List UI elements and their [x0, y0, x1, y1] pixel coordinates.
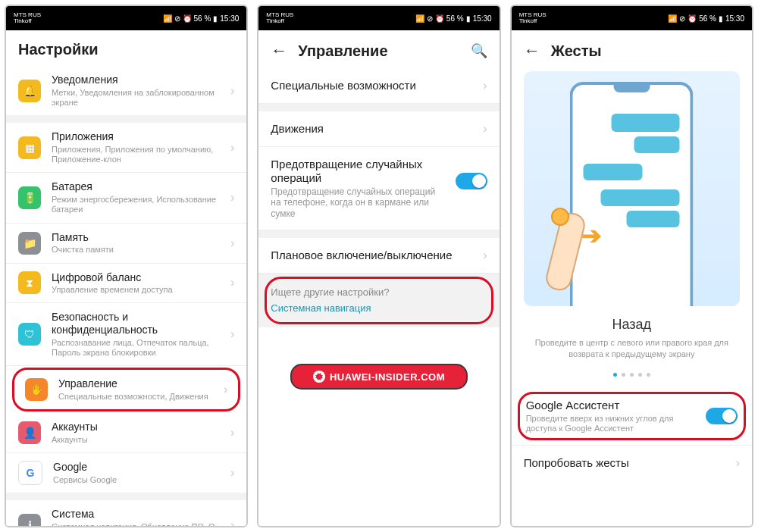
chevron-right-icon: ›: [230, 426, 234, 440]
settings-row-storage[interactable]: 📁ПамятьОчистка памяти›: [6, 224, 246, 264]
link-system-navigation[interactable]: Системная навигация: [271, 302, 487, 314]
dot[interactable]: [647, 373, 650, 377]
grid-icon: ▦: [18, 136, 41, 159]
status-bar: MTS RUSTinkoff 📶 ⊘ ⏰ 56 % ▮ 15:30: [258, 6, 499, 30]
row-subtitle: Приложения, Приложения по умолчанию, При…: [52, 145, 220, 164]
row-title: Батарея: [52, 180, 220, 193]
row-title: Google: [53, 461, 220, 474]
row-try-gestures[interactable]: Попробовать жесты ›: [512, 445, 752, 480]
screen-settings: MTS RUSTinkoff 📶 ⊘ ⏰ 56 % ▮ 15:30 Настро…: [5, 5, 248, 527]
tutorial-subtitle: Проведите в центр с левого или правого к…: [531, 337, 732, 361]
header: Настройки: [6, 30, 246, 66]
tutorial-illustration[interactable]: ➔: [524, 71, 740, 306]
row-title: Управление: [58, 377, 213, 390]
hand-icon: ✋: [25, 378, 48, 401]
huawei-logo-icon: [313, 371, 325, 383]
row-title: Память: [52, 231, 220, 244]
dot[interactable]: [630, 373, 634, 377]
bell-icon: 🔔: [18, 80, 41, 102]
google-icon: G: [18, 461, 42, 485]
row-title: Уведомления: [52, 74, 220, 86]
row-subtitle: Специальные возможности, Движения: [58, 392, 213, 402]
settings-row-battery[interactable]: 🔋БатареяРежим энергосбережения, Использо…: [6, 173, 246, 223]
signal-icon: 📶: [668, 14, 677, 23]
settings-row-hand[interactable]: ✋УправлениеСпециальные возможности, Движ…: [19, 373, 233, 406]
settings-row-shield[interactable]: 🛡Безопасность и конфиденциальностьРаспоз…: [6, 303, 246, 366]
settings-row-hourglass[interactable]: ⧗Цифровой балансУправление временем дост…: [6, 264, 246, 304]
chevron-right-icon: ›: [230, 141, 234, 155]
status-bar: MTS RUSTinkoff 📶 ⊘ ⏰ 56 % ▮ 15:30: [6, 6, 246, 30]
row-subtitle: Очистка памяти: [52, 245, 220, 255]
dot[interactable]: [622, 373, 625, 377]
signal-icon: 📶: [163, 14, 172, 23]
settings-row-google[interactable]: GGoogleСервисы Google›: [6, 453, 246, 493]
status-bar: MTS RUSTinkoff 📶 ⊘ ⏰ 56 % ▮ 15:30: [512, 6, 752, 30]
row-title: Система: [52, 508, 220, 521]
dot[interactable]: [613, 373, 617, 377]
battery-icon: ▮: [213, 14, 218, 23]
row-motion[interactable]: Движения ›: [258, 111, 499, 147]
toggle-mistouch[interactable]: [456, 173, 487, 189]
row-title: Цифровой баланс: [52, 271, 220, 284]
watermark-badge: HUAWEI-INSIDER.COM: [290, 364, 468, 390]
alarm-icon: ⏰: [688, 14, 697, 23]
hourglass-icon: ⧗: [18, 271, 41, 294]
settings-list[interactable]: 🔔УведомленияМетки, Уведомления на заблок…: [6, 66, 246, 526]
settings-row-user[interactable]: 👤АккаунтыАккаунты›: [6, 413, 246, 453]
hint-question: Ищете другие настройки?: [271, 286, 487, 298]
chevron-right-icon: ›: [483, 249, 487, 262]
no-disturb-icon: ⊘: [427, 14, 433, 23]
row-google-assistant[interactable]: Google Ассистент Проведите вверх из нижн…: [520, 394, 744, 438]
chevron-right-icon: ›: [230, 84, 234, 98]
row-mistouch[interactable]: Предотвращение случайных операций Предот…: [258, 147, 499, 230]
battery-icon: 🔋: [18, 186, 41, 209]
chevron-right-icon: ›: [230, 236, 234, 250]
screen-control: MTS RUSTinkoff 📶 ⊘ ⏰ 56 % ▮ 15:30 ← Упра…: [257, 5, 500, 527]
row-subtitle: Распознавание лица, Отпечаток пальца, Па…: [52, 338, 220, 358]
row-subtitle: Метки, Уведомления на заблокированном эк…: [52, 88, 220, 108]
tutorial-title: Назад: [512, 317, 752, 333]
settings-row-grid[interactable]: ▦ПриложенияПриложения, Приложения по умо…: [6, 123, 246, 173]
chevron-right-icon: ›: [230, 466, 234, 480]
row-subtitle: Управление временем доступа: [52, 285, 220, 295]
row-title: Аккаунты: [52, 421, 220, 433]
storage-icon: 📁: [18, 232, 41, 255]
highlight-ring: ✋УправлениеСпециальные возможности, Движ…: [12, 368, 240, 412]
row-title: Безопасность и конфиденциальность: [52, 311, 220, 336]
hint-block: Ищете другие настройки? Системная навига…: [258, 274, 499, 327]
settings-row-info[interactable]: ℹСистемаСистемная навигация, Обновление …: [6, 500, 246, 526]
chevron-right-icon: ›: [483, 79, 487, 92]
page-title: Жесты: [551, 42, 602, 60]
page-dots[interactable]: [512, 373, 752, 377]
arrow-right-icon: ➔: [581, 221, 602, 250]
chevron-right-icon: ›: [230, 518, 234, 526]
chevron-right-icon: ›: [224, 383, 227, 396]
swipe-hand-icon: ➔: [536, 200, 627, 306]
row-schedule[interactable]: Плановое включение/выключение ›: [258, 238, 499, 274]
signal-icon: 📶: [415, 14, 424, 23]
search-button[interactable]: 🔍: [471, 42, 487, 59]
battery-icon: ▮: [466, 14, 471, 23]
battery-icon: ▮: [719, 14, 723, 23]
back-button[interactable]: ←: [524, 41, 540, 61]
shield-icon: 🛡: [18, 323, 41, 346]
dot[interactable]: [638, 373, 642, 377]
row-title: Приложения: [52, 130, 220, 143]
screen-gestures: MTS RUSTinkoff 📶 ⊘ ⏰ 56 % ▮ 15:30 ← Жест…: [510, 5, 753, 527]
alarm-icon: ⏰: [183, 14, 192, 23]
alarm-icon: ⏰: [435, 14, 444, 23]
page-title: Управление: [298, 42, 387, 60]
back-button[interactable]: ←: [271, 41, 287, 61]
chevron-right-icon: ›: [230, 327, 234, 341]
no-disturb-icon: ⊘: [174, 14, 180, 23]
no-disturb-icon: ⊘: [679, 14, 685, 23]
row-subtitle: Аккаунты: [52, 435, 220, 445]
row-accessibility[interactable]: Специальные возможности ›: [258, 68, 499, 104]
chevron-right-icon: ›: [483, 122, 487, 136]
page-title: Настройки: [18, 41, 99, 58]
toggle-google-assistant[interactable]: [706, 408, 738, 424]
chevron-right-icon: ›: [230, 276, 234, 289]
chevron-right-icon: ›: [736, 456, 740, 470]
info-icon: ℹ: [18, 514, 41, 526]
settings-row-bell[interactable]: 🔔УведомленияМетки, Уведомления на заблок…: [6, 66, 246, 115]
